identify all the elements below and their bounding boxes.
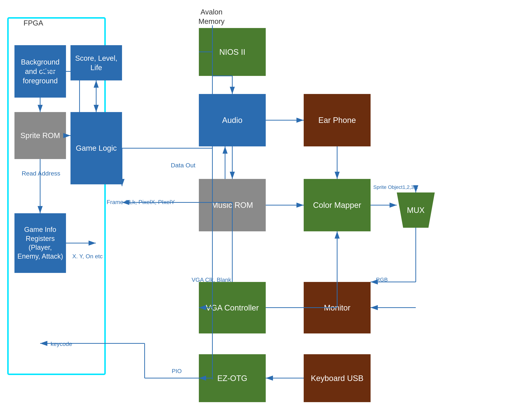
vga-clk-label: VGA Clk, Blank xyxy=(192,277,231,283)
read-address-label: Read Address xyxy=(22,170,60,177)
sprite-obj-label: Sprite Object1,2,3... xyxy=(373,184,418,190)
frame-clk-label: Frame CLk, PixelX, PIxelY xyxy=(107,199,175,205)
audio-block: Audio xyxy=(199,94,266,146)
game-info-block: Game Info Registers (Player, Enemy, Atta… xyxy=(14,213,66,273)
game-logic-block: Game Logic xyxy=(71,112,122,184)
vga-controller-block: VGA Controller xyxy=(199,282,266,334)
sprite-rom-block: Sprite ROM xyxy=(14,112,66,159)
keyboard-usb-block: Keyboard USB xyxy=(304,354,371,402)
fpga-label: FPGA xyxy=(24,19,43,27)
keycode-label: keycode xyxy=(51,341,72,347)
ez-otg-block: EZ-OTG xyxy=(199,354,266,402)
background-block: Background and other foreground xyxy=(14,45,66,98)
ear-phone-block: Ear Phone xyxy=(304,94,371,146)
rgb-label: RGB xyxy=(376,277,388,283)
score-block: Score, Level, Life xyxy=(71,45,122,80)
x-y-on-label: X. Y, On etc xyxy=(72,253,103,260)
music-rom-block: Music ROM xyxy=(199,179,266,231)
data-out-label: Data Out xyxy=(171,162,196,169)
monitor-block: Monitor xyxy=(304,282,371,334)
color-mapper-block: Color Mapper xyxy=(304,179,371,231)
nios2-block: NIOS II xyxy=(199,28,266,76)
diagram: FPGA Avalon MemoryBus Background and oth… xyxy=(0,0,532,409)
pio-label: PIO xyxy=(172,368,182,374)
mux-block: MUX xyxy=(397,193,435,228)
